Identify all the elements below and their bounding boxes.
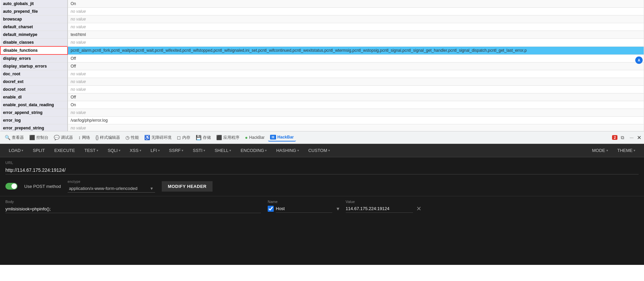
table-row: display_errorsOff — [0, 54, 644, 63]
console-icon: ⬛ — [29, 135, 35, 140]
devtools-memory[interactable]: ◻ 内存 — [175, 133, 192, 142]
hackbar-menu-item-shell[interactable]: SHELL ▾ — [210, 146, 236, 155]
more-options-btn[interactable]: ··· — [628, 133, 636, 142]
style-icon: {} — [96, 135, 99, 140]
table-row: default_charsetno value — [0, 23, 644, 31]
hackbar-menu-item-custom[interactable]: CUSTOM ▾ — [304, 146, 335, 155]
devtools-hackbar-active[interactable]: H HackBar — [268, 133, 296, 142]
menu-arrow-icon: ▾ — [297, 149, 299, 152]
hackbar-menu-item-load[interactable]: LOAD ▾ — [4, 146, 28, 155]
table-cell-key: display_errors — [0, 54, 68, 63]
hackbar-menu-item-lfi[interactable]: LFI ▾ — [146, 146, 164, 155]
table-cell-key: enable_post_data_reading — [0, 101, 68, 109]
header-name-label: Name — [268, 200, 342, 204]
menu-arrow-icon: ▾ — [140, 149, 141, 152]
menu-right-arrow-icon: ▾ — [606, 149, 608, 152]
hackbar-right-item-theme[interactable]: THEME ▾ — [613, 146, 640, 155]
table-cell-key: default_mimetype — [0, 31, 68, 39]
devtools-console[interactable]: ⬛ 控制台 — [27, 133, 50, 142]
header-name-input[interactable] — [276, 205, 332, 213]
table-cell-key: default_charset — [0, 23, 68, 31]
header-name-dropdown-btn[interactable]: ▼ — [334, 206, 342, 211]
post-method-row: Use POST method enctype application/x-ww… — [0, 176, 644, 196]
hackbar-menu-item-ssti[interactable]: SSTI ▾ — [188, 146, 210, 155]
table-cell-value: no value — [68, 109, 644, 117]
table-row: display_startup_errorsOff — [0, 63, 644, 70]
devtools-application[interactable]: ⬛ 应用程序 — [214, 133, 241, 142]
header-value-input[interactable] — [346, 205, 413, 213]
header-section: Name ▼ Value ✕ — [268, 200, 639, 213]
devtools-hackbar-green[interactable]: ● HackBar — [243, 133, 266, 142]
hackbar-menu-item-split[interactable]: SPLIT — [28, 146, 49, 155]
perf-icon: ◷ — [125, 135, 129, 140]
menu-arrow-icon: ▾ — [97, 149, 98, 152]
url-section: URL — [0, 157, 644, 176]
devtools-storage[interactable]: 💾 存储 — [194, 133, 213, 142]
table-row: docref_rootno value — [0, 86, 644, 93]
hackbar-menu-item-sqli[interactable]: SQLI ▾ — [103, 146, 125, 155]
storage-icon: 💾 — [196, 135, 201, 140]
hackbar-menu: LOAD ▾SPLITEXECUTETEST ▾SQLI ▾XSS ▾LFI ▾… — [0, 144, 644, 157]
table-cell-value: no value — [68, 86, 644, 93]
table-row: docref_extno value — [0, 78, 644, 86]
table-cell-value: no value — [68, 23, 644, 31]
table-row: disable_functionspcntl_alarm,pcntl_fork,… — [0, 46, 644, 54]
body-section: Body — [5, 200, 261, 213]
debugger-icon: 💬 — [54, 135, 60, 140]
memory-icon: ◻ — [177, 135, 181, 140]
devtools-network[interactable]: ↕ 网络 — [76, 133, 92, 142]
table-cell-key: error_log — [0, 117, 68, 124]
header-checkbox[interactable] — [268, 206, 274, 212]
body-input[interactable] — [5, 205, 261, 213]
menu-arrow-icon: ▾ — [22, 149, 23, 152]
table-cell-value: no value — [68, 39, 644, 47]
header-value-col: Value ✕ — [346, 200, 423, 213]
devtools-debugger[interactable]: 💬 调试器 — [52, 133, 75, 142]
devtools-toolbar: 🔍 查看器 ⬛ 控制台 💬 调试器 ↕ 网络 {} 样式编辑器 ◷ 性能 ♿ 无… — [0, 131, 644, 144]
close-devtools-btn[interactable]: ✕ — [637, 134, 641, 141]
enctype-select[interactable]: application/x-www-form-urlencoded multip… — [68, 185, 155, 193]
url-label: URL — [5, 161, 639, 165]
hackbar-menu-item-hashing[interactable]: HASHING ▾ — [271, 146, 303, 155]
menu-arrow-icon: ▾ — [229, 149, 231, 152]
header-close-button[interactable]: ✕ — [415, 205, 423, 212]
devtools-accessibility[interactable]: ♿ 无障碍环境 — [142, 133, 174, 142]
php-info-table: auto_globals_jitOnauto_prepend_fileno va… — [0, 0, 644, 131]
url-input[interactable] — [5, 166, 639, 174]
hackbar-menu-item-encoding[interactable]: ENCODING ▾ — [236, 146, 271, 155]
table-row: disable_classesno value — [0, 39, 644, 47]
table-cell-value: Off — [68, 54, 644, 63]
post-toggle[interactable] — [5, 183, 17, 190]
devtools-style-editor[interactable]: {} 样式编辑器 — [93, 133, 122, 142]
devtools-inspector[interactable]: 🔍 查看器 — [3, 133, 26, 142]
enctype-label: enctype — [68, 180, 155, 184]
hackbar-menu-item-ssrf[interactable]: SSRF ▾ — [164, 146, 188, 155]
error-badge: 2 — [612, 135, 617, 140]
table-cell-value: no value — [68, 8, 644, 15]
hackbar-menu-item-test[interactable]: TEST ▾ — [80, 146, 103, 155]
table-cell-value: no value — [68, 78, 644, 86]
modify-header-button[interactable]: MODIFY HEADER — [162, 181, 213, 192]
menu-arrow-icon: ▾ — [119, 149, 120, 152]
table-row: error_log/var/log/php/error.log — [0, 117, 644, 124]
header-name-col: Name ▼ — [268, 200, 342, 213]
hackbar-right-item-mode[interactable]: MODE ▾ — [588, 146, 613, 155]
devtools-performance[interactable]: ◷ 性能 — [123, 133, 141, 142]
table-cell-value: no value — [68, 124, 644, 131]
copy-icon-btn[interactable]: ⧉ — [619, 133, 626, 142]
table-cell-value: no value — [68, 15, 644, 23]
table-cell-key: auto_prepend_file — [0, 8, 68, 15]
table-cell-value: Off — [68, 63, 644, 70]
body-label: Body — [5, 200, 261, 204]
hackbar-menu-item-xss[interactable]: XSS ▾ — [125, 146, 146, 155]
menu-arrow-icon: ▾ — [182, 149, 183, 152]
table-row: enable_dlOff — [0, 93, 644, 101]
table-cell-value: Off — [68, 93, 644, 101]
table-cell-key: docref_root — [0, 86, 68, 93]
table-cell-value: pcntl_alarm,pcntl_fork,pcntl_waitpid,pcn… — [68, 46, 644, 54]
table-cell-value: /var/log/php/error.log — [68, 117, 644, 124]
translate-badge: A — [635, 56, 643, 64]
app-icon: ⬛ — [216, 135, 222, 140]
hackbar-menu-item-execute[interactable]: EXECUTE — [50, 146, 80, 155]
header-checkbox-area: ▼ — [268, 205, 342, 213]
